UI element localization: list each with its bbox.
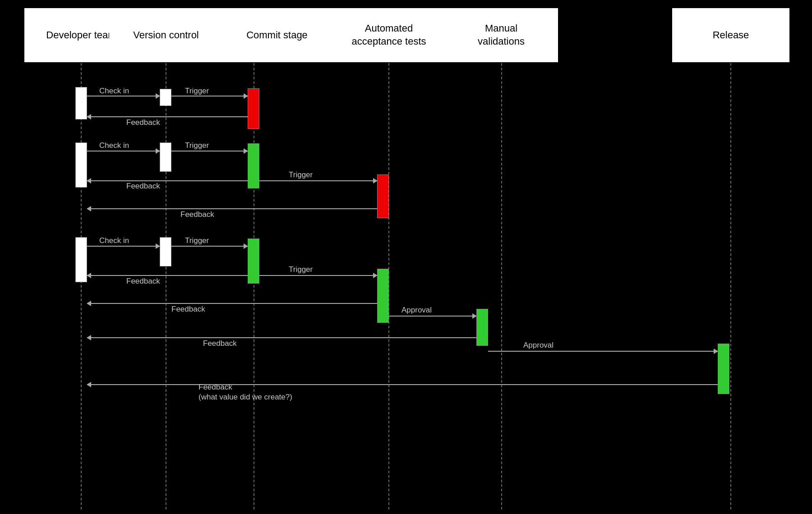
vline-dev-team	[81, 63, 82, 509]
arrow-feedback-at1	[87, 208, 377, 209]
activation-at2	[377, 269, 389, 323]
label-trigger-at2: Trigger	[289, 265, 313, 274]
label-feedback-2: Feedback	[126, 182, 160, 191]
label-trigger-2: Trigger	[185, 141, 209, 150]
arrow-feedback-3	[87, 275, 248, 276]
header-commit-stage: Commit stage	[220, 8, 334, 62]
activation-vc1	[160, 89, 171, 106]
activation-dev3	[75, 237, 87, 282]
arrow-feedback-2	[87, 180, 248, 181]
header-auto-acceptance: Automated acceptance tests	[332, 8, 446, 62]
activation-dev1	[75, 87, 87, 119]
label-trigger-3: Trigger	[185, 236, 209, 245]
label-approval-mv: Approval	[401, 306, 432, 315]
activation-cs2	[248, 143, 259, 188]
label-checkin-1: Check in	[99, 87, 129, 96]
label-feedback-at2: Feedback	[171, 305, 205, 314]
label-approval-rel: Approval	[523, 341, 554, 350]
arrow-approval-rel	[488, 351, 718, 352]
arrow-approval-mv	[389, 316, 476, 317]
label-feedback-1: Feedback	[126, 118, 160, 127]
vline-release	[730, 63, 731, 509]
vline-manual-validations	[501, 63, 502, 509]
header-version-control: Version control	[109, 8, 223, 62]
arrow-checkin-1	[87, 96, 160, 96]
arrow-trigger-1	[171, 96, 248, 96]
vline-commit-stage	[254, 63, 254, 509]
activation-cs3	[248, 239, 259, 284]
arrow-trigger-at1	[259, 180, 377, 181]
activation-at1	[377, 174, 389, 218]
activation-vc3	[160, 237, 171, 266]
arrow-feedback-1	[87, 116, 248, 117]
activation-rel1	[718, 344, 729, 394]
activation-cs1	[248, 88, 259, 129]
header-manual-validations: Manual validations	[444, 8, 558, 62]
activation-mv1	[476, 309, 488, 346]
activation-dev2	[75, 142, 87, 188]
arrow-trigger-3	[171, 246, 248, 247]
label-feedback-mv1: Feedback	[203, 339, 237, 348]
arrow-trigger-at2	[259, 275, 377, 276]
vline-version-control	[166, 63, 166, 509]
diagram-container: Developer team Version control Commit st…	[0, 0, 812, 514]
label-feedback-3: Feedback	[126, 277, 160, 286]
label-trigger-at1: Trigger	[289, 170, 313, 179]
arrow-checkin-3	[87, 246, 160, 247]
arrow-trigger-2	[171, 151, 248, 151]
arrow-checkin-2	[87, 151, 160, 151]
label-feedback-at1: Feedback	[180, 210, 214, 219]
label-feedback-final: Feedback (what value did we create?)	[198, 382, 292, 402]
label-checkin-2: Check in	[99, 141, 129, 150]
header-release: Release	[672, 8, 789, 62]
label-checkin-3: Check in	[99, 236, 129, 245]
arrow-feedback-mv1	[87, 337, 476, 338]
label-trigger-1: Trigger	[185, 87, 209, 96]
activation-vc2	[160, 142, 171, 172]
arrow-feedback-at2	[87, 303, 377, 304]
arrow-feedback-final	[87, 384, 718, 385]
